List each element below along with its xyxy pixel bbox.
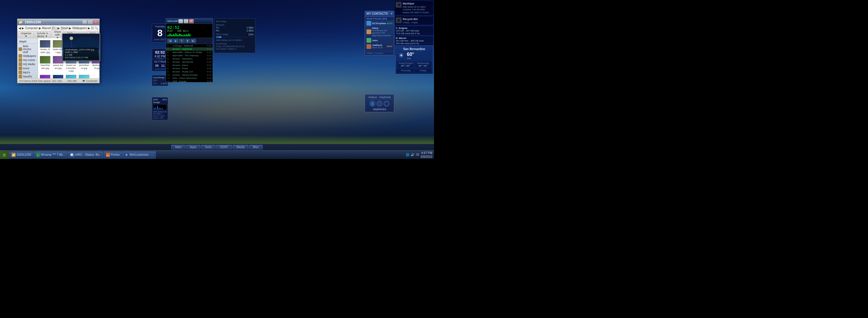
playlist-dur-9: 5:44 <box>207 70 211 73</box>
playlist-item-12[interactable]: 12. ATB - Gravity 3:58 <box>166 80 213 82</box>
uptime-mins-label: mins <box>161 68 165 70</box>
sidebar-icons-label: Icons <box>23 67 30 70</box>
recycle-icon: 🗑 <box>396 17 402 23</box>
sidebar-hqanime-label: HQ Anime <box>23 59 35 62</box>
playlist-num-5: 5. <box>167 58 173 60</box>
player-playlist[interactable]: 1. 4 Strings - Waterfall 5:58 2. Arcane … <box>166 44 213 82</box>
taskbar-item-firefox-label: Firefox <box>111 153 120 156</box>
playlist-item-4[interactable]: 4. Aphrodite - The Odyssey 3:20 <box>166 54 213 57</box>
taskbar-item-fileexplorer[interactable]: 📁 1920x1200 <box>9 151 33 158</box>
back-icon[interactable]: ◀ <box>19 27 21 30</box>
playlist-item-3[interactable]: 3. Aphrodite - Return To Jedda 4:16 <box>166 50 213 54</box>
sidebar-mp3s[interactable]: Mp3's <box>18 70 38 74</box>
playlist-dur-12: 3:58 <box>207 80 211 82</box>
player-prev-btn[interactable]: |◀ <box>167 39 173 43</box>
file-thumb-1 <box>40 40 51 48</box>
eq-bar-19 <box>188 34 189 36</box>
playlist-dur-4: 3:20 <box>207 54 211 57</box>
playlist-num-4: 4. <box>167 54 173 57</box>
taskbar-item-fileexplorer-label: 1920x1200 <box>17 153 31 156</box>
contact-jukebox[interactable]: JukEboX since 19:16 AWAY <box>365 43 394 49</box>
stats-cpu-label: CPU Usage <box>216 33 228 36</box>
bottom-bar-odnt-btn[interactable]: ODNT <box>216 145 232 149</box>
player-next-btn[interactable]: ▶| <box>190 39 196 43</box>
playlist-item-1[interactable]: 1. 4 Strings - Waterfall 5:58 <box>166 44 213 47</box>
bottom-bar-main-btn[interactable]: Main <box>171 145 185 149</box>
file-item-1[interactable]: Avatar_Neytiri..jpg <box>39 39 51 54</box>
stats-rx-label: Rx: <box>216 29 220 32</box>
player-pause-btn[interactable]: ⏸ <box>179 39 185 43</box>
svg-point-3 <box>69 36 73 40</box>
taskbar-item-firefox[interactable]: 🦊 Firefox <box>104 151 122 158</box>
file-item-16[interactable]: ice creams aqua2.jpg <box>78 74 90 78</box>
taskbar-item-wincustomize[interactable]: ⚙ WinCustomize - ... <box>122 151 156 158</box>
start-button[interactable]: ⊞ <box>0 151 9 159</box>
file-item-15[interactable]: ice creams aqua.jpg <box>65 74 77 78</box>
contacts-friends-header: WLM Friends (4/5) <box>365 17 394 20</box>
sidebar-hq-anime[interactable]: HQ Anime <box>18 58 38 62</box>
file-item-13[interactable]: Crystalline Cosmos.jpg <box>39 74 51 78</box>
taskbar-item-winamp[interactable]: ♪ Winamp *** 7 Ab... <box>34 151 67 158</box>
folder-icon-sendto <box>19 75 22 78</box>
player-close-btn[interactable]: × <box>189 19 194 23</box>
sidebar-bebi[interactable]: Bebi dXx0rs stuff <box>18 44 38 54</box>
player-time: 02:52 <box>167 25 211 30</box>
player-maximize-btn[interactable]: □ <box>184 19 188 23</box>
organize-btn[interactable]: Organize ▼ <box>19 31 34 38</box>
contact-haley[interactable]: Haley To know you are ignorant is the be… <box>365 26 394 37</box>
abakus-icon-settings[interactable]: ⚙ <box>383 101 390 107</box>
preview-filesize: 1.1 MB <box>65 54 97 56</box>
file-name-11: Abstract-10.jpg <box>92 64 99 69</box>
playlist-item-2[interactable]: 2. Arcane - Daybreak 5:10 <box>166 47 213 50</box>
abakus-icon-music[interactable]: ♪ <box>376 101 382 107</box>
include-library-btn[interactable]: Include in library ▼ <box>35 31 51 38</box>
contacts-close-icon[interactable]: × <box>391 12 393 15</box>
file-thumb-14 <box>53 75 63 78</box>
playlist-name-4: Aphrodite - The Odyssey <box>173 54 207 57</box>
address-path: Computer ▶ Marvel (D:) ▶ Steph ▶ Wallpap… <box>25 27 94 30</box>
explorer-minimize-btn[interactable]: _ <box>82 20 87 24</box>
search-icon[interactable]: 🔍 <box>95 27 98 30</box>
folder-icon-hqmedia <box>19 63 22 66</box>
sidebar-hq-media[interactable]: HQ Media <box>18 62 38 66</box>
explorer-close-btn[interactable]: × <box>93 20 98 24</box>
playlist-num-6: 6. <box>167 61 173 63</box>
playlist-item-7[interactable]: 7. Arcane - Hymn 8:09 <box>166 64 213 67</box>
file-item-14[interactable]: flu blue wide.jpg <box>52 74 64 78</box>
playlist-item-10[interactable]: 10. Arcane - Slaska Escape 5:32 <box>166 73 213 77</box>
forward-icon[interactable]: ▶ <box>22 27 24 30</box>
player-play-btn[interactable]: ▶ <box>173 39 178 43</box>
abakus-title: Abakus - Daybreak <box>366 96 393 100</box>
playlist-item-9[interactable]: 9. Arcane - Route 216 5:44 <box>166 70 213 73</box>
player-minimize-btn[interactable]: _ <box>178 19 183 23</box>
sidebar-sendto[interactable]: SendTo <box>18 74 38 78</box>
weather-current: ☀ 60° Fair <box>397 51 431 60</box>
playlist-item-8[interactable]: 8. Arcane - Pulse 5:46 <box>166 67 213 70</box>
contact-gctonyhawk7[interactable]: GCTonyHawk7 AUTO <box>365 20 394 26</box>
recycle-bin-info[interactable]: 🗑 Recycle Bin 0 file(s) - 0 bytes <box>395 16 433 25</box>
playlist-item-6[interactable]: 6. Arcane - Hel Bound 5:36 <box>166 60 213 64</box>
player-stop-btn[interactable]: ■ <box>185 39 190 43</box>
bottom-bar-apps-btn[interactable]: Apps <box>186 145 200 149</box>
eq-bar-20 <box>190 34 190 36</box>
sidebar-icons[interactable]: Icons <box>18 66 38 70</box>
bottom-bar-tools-btn[interactable]: Tools <box>201 145 215 149</box>
player-controls: |◀ ▶ ⏸ ■ ▶| <box>166 38 213 44</box>
weather-condition: Fair <box>407 57 414 60</box>
playlist-item-11[interactable]: 11. ATB - Future Memories 5:58 <box>166 77 213 80</box>
bottom-bar-media-btn[interactable]: Media <box>232 145 248 149</box>
contact-john[interactable]: John <box>365 37 394 43</box>
bottom-bar-misc-btn[interactable]: Misc <box>249 145 263 149</box>
playlist-item-5[interactable]: 5. Arcane - Disbranoc 6:28 <box>166 57 213 60</box>
taskbar-item-mirc[interactable]: 💬 mIRC - iStatus: Be... <box>68 151 103 158</box>
stats-temp-vd: VD:1300V 77Min°C <box>216 48 253 50</box>
explorer-maximize-btn[interactable]: □ <box>88 20 93 24</box>
sidebar-wallpapers[interactable]: Wallpapers <box>18 54 38 58</box>
file-item-7[interactable]: GranPlateau.jpg <box>39 55 51 73</box>
file-thumb-7 <box>40 56 51 64</box>
stats-temp-row: CoreTemp Cook: 211Mhz200 80:22:11 VD:130… <box>216 42 253 50</box>
playlist-num-8: 8. <box>167 67 173 70</box>
abakus-icon-user[interactable]: 👤 <box>369 101 375 107</box>
drive-c-name: C: Enigma <box>396 27 432 30</box>
sidebar-wallpapers-label: Wallpapers <box>23 55 36 58</box>
